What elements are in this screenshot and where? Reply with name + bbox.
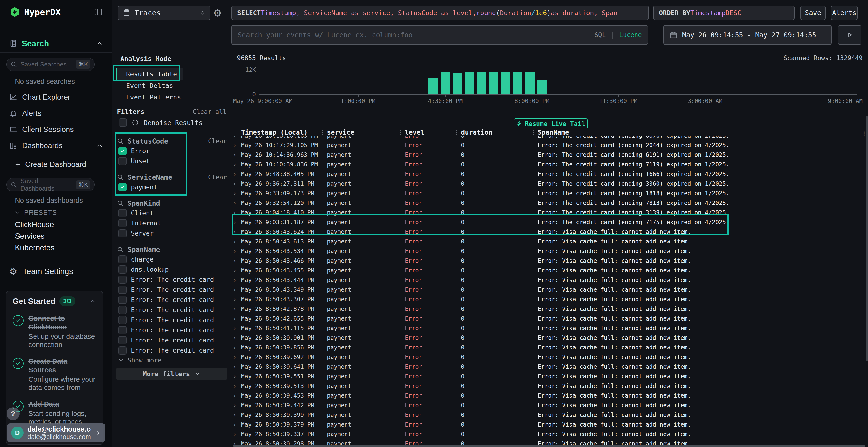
- filter-option-server[interactable]: Server: [117, 228, 228, 238]
- source-settings-gear-icon[interactable]: ⚙: [212, 8, 223, 18]
- expand-row-icon[interactable]: ›: [233, 344, 241, 351]
- filter-option-payment[interactable]: payment: [117, 182, 228, 192]
- checkbox[interactable]: [118, 265, 127, 274]
- expand-row-icon[interactable]: ›: [233, 373, 241, 380]
- table-row[interactable]: ›May 26 8:50:43.349 PMpaymentError0Error…: [233, 285, 866, 295]
- checkbox[interactable]: [118, 209, 127, 217]
- table-row[interactable]: ›May 26 10:14:36.963 PMpaymentError0Erro…: [233, 150, 866, 160]
- analysis-mode-event-patterns[interactable]: Event Patterns: [116, 91, 183, 103]
- analysis-mode-results-table[interactable]: Results Table: [116, 68, 183, 80]
- preset-clickhouse[interactable]: ClickHouse: [0, 219, 112, 230]
- column-grip-icon[interactable]: ⋮: [530, 129, 536, 136]
- presets-toggle[interactable]: PRESETS: [0, 207, 112, 218]
- expand-row-icon[interactable]: ›: [233, 392, 241, 399]
- expand-row-icon[interactable]: ›: [233, 219, 241, 226]
- search-icon[interactable]: [117, 174, 124, 181]
- sidebar-item-chart-explorer[interactable]: Chart Explorer: [0, 89, 112, 105]
- table-row[interactable]: ›May 26 8:50:39.641 PMpaymentError0Error…: [233, 362, 866, 372]
- expand-row-icon[interactable]: ›: [233, 257, 241, 265]
- table-row[interactable]: ›May 26 8:50:39.337 PMpaymentError0Error…: [233, 429, 866, 439]
- filter-option-internal[interactable]: Internal: [117, 218, 228, 228]
- preset-kubernetes[interactable]: Kubernetes: [0, 242, 112, 253]
- run-query-button[interactable]: [838, 25, 861, 45]
- table-row[interactable]: ›May 26 8:50:39.856 PMpaymentError0Error…: [233, 343, 866, 352]
- sidebar-item-dashboards[interactable]: Dashboards: [0, 138, 112, 153]
- table-row[interactable]: ›May 26 9:36:27.311 PMpaymentError0Error…: [233, 179, 866, 188]
- checkbox[interactable]: [118, 276, 127, 284]
- checkbox[interactable]: [118, 147, 127, 155]
- table-row[interactable]: ›May 26 8:50:42.655 PMpaymentError0Error…: [233, 314, 866, 323]
- checkbox[interactable]: [118, 316, 127, 324]
- expand-row-icon[interactable]: ›: [233, 353, 241, 361]
- filter-option-error-the-credit-card[interactable]: Error: The credit card …: [117, 335, 228, 345]
- save-button[interactable]: Save: [801, 5, 826, 20]
- order-by-input[interactable]: ORDER BY Timestamp DESC: [653, 5, 795, 20]
- filter-clear-button[interactable]: Clear: [208, 138, 228, 145]
- chevron-up-icon[interactable]: [89, 298, 96, 305]
- sidebar-item-team-settings[interactable]: ⚙ Team Settings: [0, 265, 112, 278]
- alerts-button[interactable]: Alerts: [831, 5, 858, 20]
- expand-row-icon[interactable]: ›: [233, 440, 241, 445]
- column-header-spanname[interactable]: ⋮SpanName: [529, 129, 866, 136]
- expand-row-icon[interactable]: ›: [233, 363, 241, 370]
- user-menu[interactable]: D dale@clickhouse.com dale@clickhouse.co…: [7, 423, 105, 442]
- table-row-partial[interactable]: ›May 26 10:18:20.163 PMpaymentError0Erro…: [233, 136, 866, 140]
- expand-row-icon[interactable]: ›: [233, 334, 241, 342]
- checkbox[interactable]: [118, 326, 127, 334]
- expand-row-icon[interactable]: ›: [233, 142, 241, 149]
- filter-option-unset[interactable]: Unset: [117, 156, 228, 166]
- checkbox[interactable]: [118, 286, 127, 294]
- expand-row-icon[interactable]: ›: [233, 411, 241, 419]
- denoise-checkbox[interactable]: [119, 118, 127, 127]
- clear-all-button[interactable]: Clear all: [193, 108, 227, 115]
- filter-option-client[interactable]: Client: [117, 208, 228, 218]
- checkbox[interactable]: [118, 255, 127, 264]
- sidebar-item-search[interactable]: Search: [0, 37, 112, 50]
- show-more-button[interactable]: Show more: [117, 355, 228, 365]
- collapse-sidebar-icon[interactable]: [93, 7, 103, 17]
- filter-option-charge[interactable]: charge: [117, 254, 228, 265]
- column-header-level[interactable]: ⋮level: [396, 129, 452, 136]
- expand-row-icon[interactable]: ›: [233, 209, 241, 216]
- preset-services[interactable]: Services: [0, 230, 112, 242]
- expand-row-icon[interactable]: ›: [233, 171, 241, 178]
- table-row[interactable]: ›May 26 8:50:39.453 PMpaymentError0Error…: [233, 391, 866, 401]
- results-histogram[interactable]: 12K 0 May 26 9:00:00 AM1:00:00 PM4:30:00…: [233, 65, 863, 101]
- time-range-picker[interactable]: May 26 09:14:55 - May 27 09:14:55: [663, 25, 832, 45]
- create-dashboard-button[interactable]: Create Dashboard: [0, 159, 112, 170]
- filter-option-dns-lookup[interactable]: dns.lookup: [117, 265, 228, 275]
- expand-row-icon[interactable]: ›: [233, 431, 241, 438]
- column-header-service[interactable]: ⋮service: [318, 129, 396, 136]
- table-row[interactable]: ›May 26 8:50:43.534 PMpaymentError0Error…: [233, 246, 866, 256]
- table-row[interactable]: ›May 26 8:50:41.115 PMpaymentError0Error…: [233, 323, 866, 333]
- denoise-results-toggle[interactable]: Denoise Results: [119, 118, 203, 127]
- table-row[interactable]: ›May 26 10:17:29.105 PMpaymentError0Erro…: [233, 140, 866, 150]
- column-header-timestamp-local[interactable]: Timestamp (Local): [241, 129, 318, 136]
- expand-row-icon[interactable]: ›: [233, 296, 241, 303]
- get-started-item-create-data-sources[interactable]: Create Data SourcesConfigure where your …: [12, 357, 96, 391]
- table-row[interactable]: ›May 26 8:50:39.551 PMpaymentError0Error…: [233, 372, 866, 381]
- expand-row-icon[interactable]: ›: [233, 248, 241, 255]
- filter-option-error-the-credit-card[interactable]: Error: The credit card …: [117, 295, 228, 305]
- expand-row-icon[interactable]: ›: [233, 325, 241, 332]
- search-input[interactable]: Search your events w/ Lucene ex. column:…: [231, 25, 648, 45]
- table-row[interactable]: ›May 26 8:50:43.307 PMpaymentError0Error…: [233, 295, 866, 304]
- table-row[interactable]: ›May 26 8:50:39.442 PMpaymentError0Error…: [233, 401, 866, 410]
- table-row[interactable]: ›May 26 9:04:18.410 PMpaymentError0Error…: [233, 208, 866, 217]
- expand-row-icon[interactable]: ›: [233, 315, 241, 322]
- get-started-item-connect-to-clickhouse[interactable]: Connect to ClickHouseSet up your databas…: [12, 314, 96, 349]
- expand-row-icon[interactable]: ›: [233, 402, 241, 409]
- table-row[interactable]: ›May 26 8:50:39.298 PMpaymentError0Error…: [233, 439, 866, 445]
- checkbox[interactable]: [118, 346, 127, 354]
- table-row[interactable]: ›May 26 8:50:39.513 PMpaymentError0Error…: [233, 381, 866, 391]
- filter-option-error-the-credit-card[interactable]: Error: The credit card …: [117, 275, 228, 285]
- table-row[interactable]: ›May 26 9:33:09.173 PMpaymentError0Error…: [233, 188, 866, 198]
- more-filters-button[interactable]: More filters: [117, 368, 227, 380]
- table-row[interactable]: ›May 26 8:50:42.878 PMpaymentError0Error…: [233, 304, 866, 314]
- filter-option-error-the-credit-card[interactable]: Error: The credit card …: [117, 325, 228, 335]
- checkbox[interactable]: [118, 336, 127, 344]
- get-started-item-add-data[interactable]: Add DataStart sending logs, metrics, or …: [12, 400, 96, 426]
- checkbox[interactable]: [118, 296, 127, 304]
- expand-row-icon[interactable]: ›: [233, 305, 241, 313]
- resume-live-tail-button[interactable]: Resume Live Tail: [514, 118, 588, 129]
